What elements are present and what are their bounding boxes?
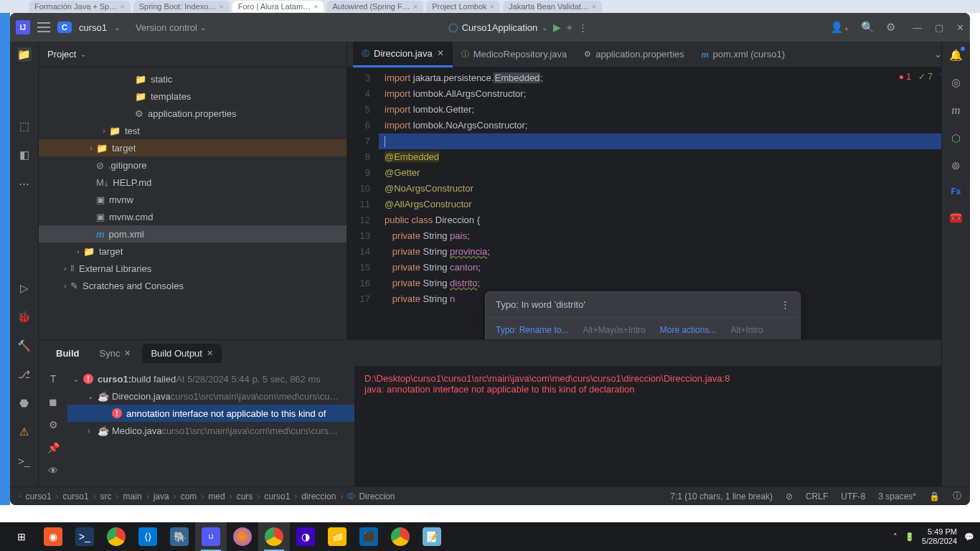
view-icon[interactable]: 👁 xyxy=(48,465,58,476)
tree-item[interactable]: 📁templates xyxy=(39,88,347,105)
build-tree-item[interactable]: ⌄☕Direccion.java curso1\src\main\java\co… xyxy=(67,387,354,405)
insomnia-icon[interactable]: ◑ xyxy=(290,522,321,551)
tree-item[interactable]: ▣mvnw xyxy=(39,191,347,208)
run-button[interactable]: ▶ xyxy=(553,22,561,33)
text-icon[interactable]: T xyxy=(50,373,57,385)
caret-position[interactable]: 7:1 (10 chars, 1 line break) xyxy=(670,491,773,501)
git-tool-icon[interactable]: ⎇ xyxy=(17,367,32,382)
info-icon[interactable]: ⓘ xyxy=(953,490,961,502)
file-explorer-icon[interactable]: 📁 xyxy=(321,522,353,551)
tree-item[interactable]: ›📁test xyxy=(39,122,347,139)
project-tree[interactable]: 📁static📁templates⚙application.properties… xyxy=(39,67,347,339)
terminal-tool-icon[interactable]: >_ xyxy=(17,453,32,468)
tree-item[interactable]: ›✎Scratches and Consoles xyxy=(39,277,347,294)
tree-item[interactable]: ›📁target xyxy=(39,139,347,156)
browser-tab[interactable]: Jakarta Bean Validat…× xyxy=(503,1,602,12)
taskbar-app[interactable]: ◉ xyxy=(37,522,69,551)
hint-more-actions[interactable]: More actions... xyxy=(660,325,717,335)
breadcrumb-item[interactable]: curso1 xyxy=(26,491,52,501)
run-configuration[interactable]: ◯ Curso1Application ⌄ xyxy=(448,22,548,33)
settings-icon[interactable]: ⚙ xyxy=(49,419,58,430)
browser-tab[interactable]: Formación Java + Sp…× xyxy=(29,1,131,12)
breadcrumb-item[interactable]: curs xyxy=(237,491,253,501)
firefox-icon[interactable] xyxy=(227,522,258,551)
chevron-down-icon[interactable]: ⌄ xyxy=(114,24,120,32)
structure-tool-icon[interactable]: ⬚ xyxy=(17,119,32,133)
tree-item[interactable]: ⊘.gitignore xyxy=(39,156,347,174)
endpoints-icon[interactable]: 🧰 xyxy=(949,211,963,224)
browser-tab[interactable]: Autowired (Spring F…× xyxy=(326,1,423,12)
build-output-tab[interactable]: Build Output✕ xyxy=(142,344,222,363)
file-encoding[interactable]: UTF-8 xyxy=(841,491,865,501)
browser-tab[interactable]: Project Lombok× xyxy=(426,1,500,12)
minimize-button[interactable]: — xyxy=(913,22,922,33)
browser-tab[interactable]: Spring Boot: Indexo…× xyxy=(133,1,230,12)
warning-count[interactable]: ✓ 7 xyxy=(918,72,933,82)
sync-tab[interactable]: Sync✕ xyxy=(91,344,140,363)
maximize-button[interactable]: ▢ xyxy=(935,22,943,33)
tray-chevron-icon[interactable]: ˄ xyxy=(893,532,897,542)
project-name[interactable]: curso1 xyxy=(79,22,107,33)
build-tree-item[interactable]: ⌄!curso1: build failed At 5/28/2024 5:44… xyxy=(67,370,354,387)
tree-item[interactable]: ›⫴External Libraries xyxy=(39,260,347,277)
debug-tool-icon[interactable]: 🐞 xyxy=(17,310,32,324)
readonly-lock-icon[interactable]: 🔒 xyxy=(929,491,940,501)
editor-tab[interactable]: ⒸDireccion.java✕ xyxy=(353,42,453,67)
breadcrumb-item[interactable]: curso1 xyxy=(264,491,290,501)
problems-tool-icon[interactable]: ⚠ xyxy=(17,425,32,439)
chrome-icon[interactable] xyxy=(258,522,290,551)
intention-hint-popup[interactable]: Typo: In word 'distrito' ⋮ Typo: Rename … xyxy=(485,291,801,339)
search-icon[interactable]: 🔍 xyxy=(861,21,875,34)
breadcrumb-item[interactable]: med xyxy=(208,491,225,501)
indent-setting[interactable]: 3 spaces* xyxy=(878,491,916,501)
postgres-icon[interactable]: 🐘 xyxy=(164,522,195,551)
vscode-icon[interactable]: ⟨⟩ xyxy=(132,522,164,551)
close-icon[interactable]: ✕ xyxy=(207,349,213,358)
breadcrumb-item[interactable]: com xyxy=(181,491,197,501)
notepad-icon[interactable]: 📝 xyxy=(416,522,448,551)
taskbar-app[interactable]: ⬛ xyxy=(353,522,385,551)
chrome-icon[interactable] xyxy=(385,522,416,551)
build-tool-icon[interactable]: 🔨 xyxy=(17,339,32,353)
browser-tab[interactable]: Foro | Alura Latam…× xyxy=(232,1,324,12)
breadcrumb-item[interactable]: direccion xyxy=(301,491,336,501)
fx-icon[interactable]: Fx xyxy=(951,187,961,197)
breadcrumb-item[interactable]: src xyxy=(100,491,112,501)
build-tree-item[interactable]: ›☕Medico.java curso1\src\main\java\com\m… xyxy=(67,422,354,439)
breadcrumbs[interactable]: ▫curso1›curso1›src›main›java›com›med›cur… xyxy=(19,491,670,501)
close-icon[interactable]: ✕ xyxy=(437,48,444,58)
tree-item[interactable]: ›📁target xyxy=(39,242,347,260)
editor-tab[interactable]: ⚙application.properties xyxy=(575,42,693,67)
maven-icon[interactable]: m xyxy=(951,103,960,118)
code-editor[interactable]: 34567891011121314151617 import jakarta.p… xyxy=(347,67,970,339)
intellij-taskbar-icon[interactable]: IJ xyxy=(195,522,227,551)
hint-rename-action[interactable]: Typo: Rename to... xyxy=(496,325,568,335)
error-count[interactable]: ● 1 xyxy=(899,72,911,82)
start-button[interactable]: ⊞ xyxy=(6,522,37,551)
services-tool-icon[interactable]: ⬣ xyxy=(17,396,32,410)
system-clock[interactable]: 5:49 PM 5/28/2024 xyxy=(922,527,957,546)
version-control-menu[interactable]: Version control ⌄ xyxy=(136,22,206,33)
breadcrumb-item[interactable]: main xyxy=(123,491,142,501)
tree-item[interactable]: 📁static xyxy=(39,70,347,88)
build-tab[interactable]: Build xyxy=(47,344,88,363)
breadcrumb-item[interactable]: Direccion xyxy=(359,491,395,501)
tray-battery-icon[interactable]: 🔋 xyxy=(905,532,915,542)
beans-icon[interactable]: ⬡ xyxy=(951,132,961,145)
more-actions-icon[interactable]: ⋮ xyxy=(578,22,588,33)
bookmarks-tool-icon[interactable]: ◧ xyxy=(17,148,32,162)
build-output[interactable]: D:\Desktop\curso1\curso1\src\main\java\c… xyxy=(354,366,970,486)
readonly-icon[interactable]: ⊘ xyxy=(786,491,793,501)
run-tool-icon[interactable]: ▷ xyxy=(17,281,32,296)
build-tree-item[interactable]: !annotation interface not applicable to … xyxy=(67,405,354,422)
code-with-me-icon[interactable]: 👤₊ xyxy=(830,21,849,34)
chrome-icon[interactable] xyxy=(100,522,132,551)
editor-tab[interactable]: mpom.xml (curso1) xyxy=(693,42,793,67)
tree-item[interactable]: mpom.xml xyxy=(39,225,347,242)
tree-item[interactable]: M↓HELP.md xyxy=(39,174,347,191)
pin-icon[interactable]: 📌 xyxy=(47,442,60,453)
taskbar-app[interactable]: >_ xyxy=(69,522,100,551)
line-separator[interactable]: CRLF xyxy=(806,491,828,501)
breadcrumb-item[interactable]: curso1 xyxy=(63,491,89,501)
notification-center-icon[interactable]: 💬 xyxy=(964,532,974,542)
